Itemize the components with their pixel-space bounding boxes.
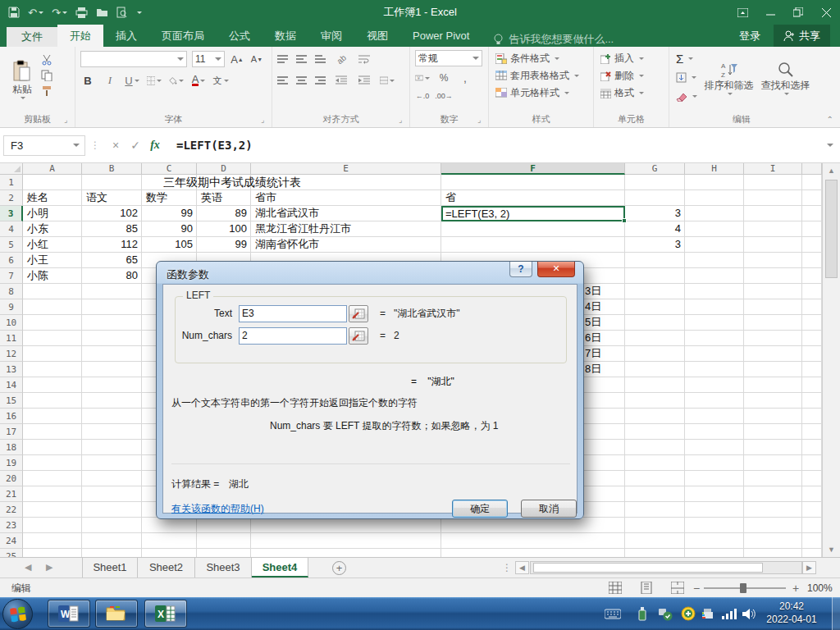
autosum-button[interactable]: Σ <box>676 50 697 67</box>
security-updater-icon[interactable] <box>679 605 697 622</box>
italic-icon[interactable]: I <box>103 74 117 87</box>
text-range-picker-button[interactable] <box>349 305 368 322</box>
taskbar-excel-button[interactable]: X <box>144 600 187 628</box>
row-header-2[interactable]: 2 <box>0 190 23 206</box>
cell-F10-clipped[interactable]: 5日 <box>585 315 601 331</box>
hscroll-left-icon[interactable]: ◀ <box>515 561 529 574</box>
ribbon-display-options-icon[interactable] <box>728 0 756 25</box>
row-header-23[interactable]: 23 <box>0 518 23 533</box>
zoom-in-icon[interactable]: + <box>792 582 799 595</box>
align-left-icon[interactable] <box>277 75 288 86</box>
cell-C3[interactable]: 99 <box>143 206 196 221</box>
phonetic-guide-icon[interactable]: 文 <box>213 74 228 87</box>
cell-B2[interactable]: 语文 <box>83 190 141 206</box>
ribbon-tab-视图[interactable]: 视图 <box>354 25 400 47</box>
vertical-scrollbar[interactable]: ▲ ▼ <box>822 163 840 557</box>
row-header-24[interactable]: 24 <box>0 533 23 549</box>
screenshot-tool-icon[interactable] <box>699 605 717 622</box>
cell-G3[interactable]: 3 <box>626 206 684 221</box>
clear-button[interactable] <box>676 88 697 105</box>
cell-A6[interactable]: 小王 <box>24 253 81 268</box>
cell-B3[interactable]: 102 <box>83 206 141 221</box>
insert-function-icon[interactable]: fx <box>145 139 165 152</box>
name-box-dropdown-icon[interactable] <box>73 144 80 147</box>
ok-button[interactable]: 确定 <box>452 500 508 518</box>
function-help-link[interactable]: 有关该函数的帮助(H) <box>171 502 264 516</box>
cell-G4[interactable]: 4 <box>626 221 684 237</box>
row-header-5[interactable]: 5 <box>0 237 23 253</box>
open-folder-icon[interactable] <box>96 7 108 17</box>
cell-D3[interactable]: 89 <box>198 206 250 221</box>
cell-title-row[interactable]: 三年级期中考试成绩统计表 <box>23 175 441 190</box>
cell-B7[interactable]: 80 <box>83 268 141 284</box>
row-header-10[interactable]: 10 <box>0 315 23 331</box>
cell-B5[interactable]: 112 <box>83 237 141 253</box>
normal-view-icon[interactable] <box>609 582 623 595</box>
number-dialog-launcher[interactable]: ⌟ <box>477 116 486 125</box>
cell-F11-clipped[interactable]: 6日 <box>585 331 601 346</box>
hscroll-right-icon[interactable]: ▶ <box>802 561 816 574</box>
row-header-14[interactable]: 14 <box>0 377 23 393</box>
ribbon-tab-页面布局[interactable]: 页面布局 <box>149 25 217 47</box>
formula-bar-expand-icon[interactable] <box>827 144 833 147</box>
taskbar-word-button[interactable]: W <box>48 600 90 628</box>
row-header-16[interactable]: 16 <box>0 409 23 424</box>
row-header-4[interactable]: 4 <box>0 221 23 237</box>
tab-file[interactable]: 文件 <box>7 27 57 47</box>
print-preview-icon[interactable] <box>116 7 127 18</box>
delete-cells-button[interactable]: 删除 <box>600 67 665 84</box>
cell-A3[interactable]: 小明 <box>24 206 81 221</box>
horizontal-scrollbar[interactable] <box>530 561 802 574</box>
touch-keyboard-icon[interactable] <box>604 605 622 622</box>
sheet-tab-Sheet1[interactable]: Sheet1 <box>82 558 138 578</box>
qat-customize-icon[interactable] <box>135 11 142 14</box>
paste-button[interactable]: 粘贴 <box>5 50 39 109</box>
cell-E2[interactable]: 省市 <box>252 190 441 206</box>
clipboard-dialog-launcher[interactable]: ⌟ <box>64 116 72 125</box>
cell-C2[interactable]: 数学 <box>143 190 196 206</box>
cell-C5[interactable]: 105 <box>143 237 196 253</box>
cell-A4[interactable]: 小东 <box>24 221 81 237</box>
percent-style-icon[interactable]: % <box>436 71 451 84</box>
column-header-A[interactable]: A <box>23 163 82 175</box>
font-dialog-launcher[interactable]: ⌟ <box>261 116 269 125</box>
minimize-icon[interactable] <box>756 0 784 25</box>
cell-styles-button[interactable]: 单元格样式 <box>495 84 590 102</box>
cell-A7[interactable]: 小陈 <box>24 268 81 284</box>
row-header-6[interactable]: 6 <box>0 253 23 268</box>
shrink-font-icon[interactable]: A▼ <box>249 52 264 66</box>
ribbon-tab-公式[interactable]: 公式 <box>217 25 262 47</box>
print-icon[interactable] <box>75 7 88 18</box>
save-icon[interactable] <box>8 7 20 18</box>
horizontal-scroll-thumb[interactable] <box>533 563 763 573</box>
format-painter-icon[interactable] <box>39 84 54 98</box>
cell-F8-clipped[interactable]: 3日 <box>585 284 601 299</box>
cell-B6[interactable]: 65 <box>83 253 141 268</box>
comma-style-icon[interactable]: , <box>458 71 472 84</box>
cell-E5[interactable]: 湖南省怀化市 <box>252 237 441 253</box>
merge-center-icon[interactable] <box>380 74 395 87</box>
cell-G5[interactable]: 3 <box>626 237 684 253</box>
numchars-range-picker-button[interactable] <box>349 327 368 345</box>
cancel-button[interactable]: 取消 <box>521 500 577 518</box>
row-header-12[interactable]: 12 <box>0 346 23 362</box>
tell-me-box[interactable]: 告诉我您想要做什么... <box>493 32 614 47</box>
column-header-partial[interactable] <box>802 163 822 175</box>
dialog-close-button[interactable]: ✕ <box>537 262 575 277</box>
row-header-20[interactable]: 20 <box>0 471 23 486</box>
share-button[interactable]: 共享 <box>774 25 830 47</box>
wrap-text-icon[interactable] <box>357 52 372 66</box>
format-as-table-button[interactable]: 套用表格格式 <box>495 67 590 84</box>
taskbar-clock[interactable]: 20:42 2022-04-01 <box>759 600 824 628</box>
number-format-combo[interactable]: 常规 <box>415 50 482 66</box>
zoom-out-icon[interactable]: − <box>693 582 700 595</box>
orientation-icon[interactable]: ab <box>331 49 351 69</box>
font-name-combo[interactable] <box>80 51 187 67</box>
formula-bar-content[interactable]: =LEFT(E3,2) <box>176 139 253 152</box>
cell-F2[interactable]: 省 <box>442 190 624 206</box>
underline-icon[interactable]: U <box>125 74 139 87</box>
increase-decimal-icon[interactable]: ←.0 <box>415 89 430 103</box>
row-header-19[interactable]: 19 <box>0 455 23 471</box>
row-header-25[interactable]: 25 <box>0 549 23 557</box>
zoom-level[interactable]: 100% <box>807 582 833 594</box>
